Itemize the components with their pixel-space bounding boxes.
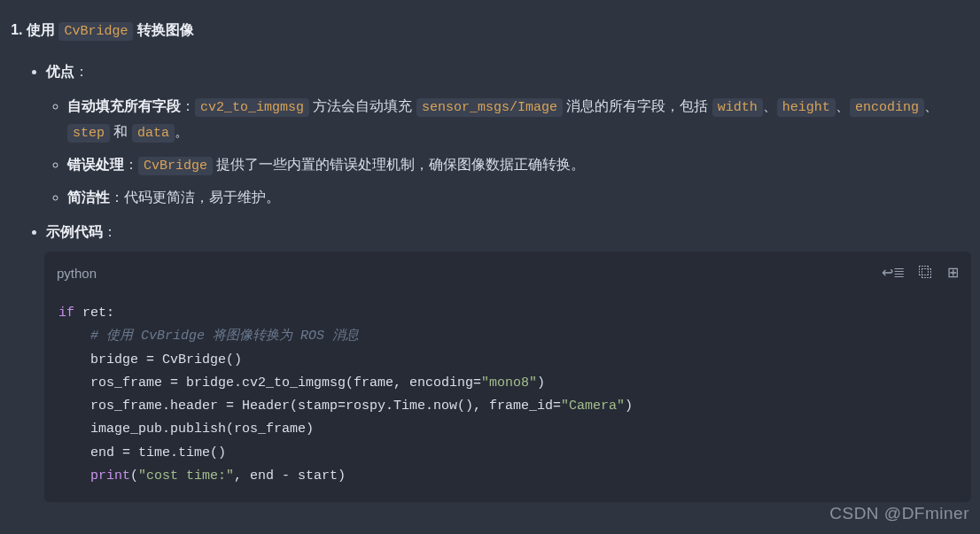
code-l5a: ros_frame.header = Header(stamp=rospy.Ti… [58,399,561,414]
code-l5b: ) [625,399,633,414]
adv0-title: 自动填充所有字段 [67,98,181,113]
adv0-code1: cv2_to_imgmsg [195,98,309,117]
adv1-code1: CvBridge [138,157,213,175]
code-l8c: , end - start) [234,468,346,484]
watermark: CSDN @DFminer [829,499,969,529]
code-l1-kw: if [58,306,74,321]
copy-icon[interactable]: ⿻ [919,260,933,286]
adv0-code3: width [712,98,763,117]
adv0-code7: data [132,124,175,143]
code-lang-label: python [57,261,97,285]
bullet-list-lvl3: 自动填充所有字段：cv2_to_imgmsg 方法会自动填充 sensor_ms… [46,94,971,211]
adv0-code4: height [777,98,836,117]
code-l8s: "cost time:" [138,468,234,484]
example-label: 示例代码 [46,224,103,239]
adv1-seg1: ： [124,157,138,172]
code-block: python ↩≣ ⿻ ⊞ if ret: # 使用 CvBridge 将图像转… [44,252,971,502]
code-l4b: ) [537,375,545,391]
code-l4a: ros_frame = bridge.cv2_to_imgmsg(frame, … [58,375,481,391]
adv0-seg2: 方法会自动填充 [309,98,416,113]
code-l3: bridge = CvBridge() [58,352,242,368]
heading-code: CvBridge [58,22,133,41]
example-item: 示例代码： python ↩≣ ⿻ ⊞ if ret: # 使用 CvBridg… [46,220,971,503]
adv-item-2: 简洁性：代码更简洁，易于维护。 [67,185,971,211]
bullet-list-lvl2: 优点： 自动填充所有字段：cv2_to_imgmsg 方法会自动填充 senso… [27,59,971,502]
code-header: python ↩≣ ⿻ ⊞ [44,252,971,291]
adv0-seg3: 消息的所有字段，包括 [563,98,712,113]
code-l4s: "mono8" [481,375,537,391]
adv-item-0: 自动填充所有字段：cv2_to_imgmsg 方法会自动填充 sensor_ms… [67,94,971,145]
adv1-title: 错误处理 [67,157,124,172]
heading-bold-suffix: 转换图像 [133,22,193,37]
code-l8fn: print [90,468,130,484]
advantages-item: 优点： 自动填充所有字段：cv2_to_imgmsg 方法会自动填充 senso… [46,59,971,211]
adv2-title: 简洁性 [67,190,110,205]
adv0-seg7: 和 [110,124,132,139]
adv0-seg6: 、 [924,98,938,113]
wrap-icon[interactable]: ↩≣ [882,260,905,286]
adv1-seg2: 提供了一些内置的错误处理机制，确保图像数据正确转换。 [213,157,585,172]
adv0-seg8: 。 [175,124,189,139]
code-l8a [58,468,90,484]
code-l1-rest: ret: [74,306,114,321]
heading-bold-prefix: 使用 [27,22,58,37]
adv0-code5: encoding [850,98,924,117]
code-l2-cmt: # 使用 CvBridge 将图像转换为 ROS 消息 [90,329,359,344]
adv0-code2: sensor_msgs/Image [416,98,563,117]
adv0-seg5: 、 [836,98,850,113]
code-l7: end = time.time() [58,445,226,460]
adv-item-1: 错误处理：CvBridge 提供了一些内置的错误处理机制，确保图像数据正确转换。 [67,152,971,178]
expand-icon[interactable]: ⊞ [947,260,959,286]
adv0-code6: step [67,124,110,143]
list-item-1: 使用 CvBridge 转换图像 优点： 自动填充所有字段：cv2_to_img… [27,18,971,502]
code-l6: image_pub.publish(ros_frame) [58,422,314,437]
adv0-seg1: ： [181,98,195,113]
code-l8b: ( [130,468,138,484]
code-content: if ret: # 使用 CvBridge 将图像转换为 ROS 消息 brid… [44,291,971,502]
advantages-label: 优点 [46,64,74,79]
ordered-list: 使用 CvBridge 转换图像 优点： 自动填充所有字段：cv2_to_img… [9,18,971,502]
code-l5s: "Camera" [561,399,625,414]
adv2-seg1: ：代码更简洁，易于维护。 [110,190,280,205]
code-toolbar: ↩≣ ⿻ ⊞ [882,260,959,286]
adv0-seg4: 、 [763,98,777,113]
